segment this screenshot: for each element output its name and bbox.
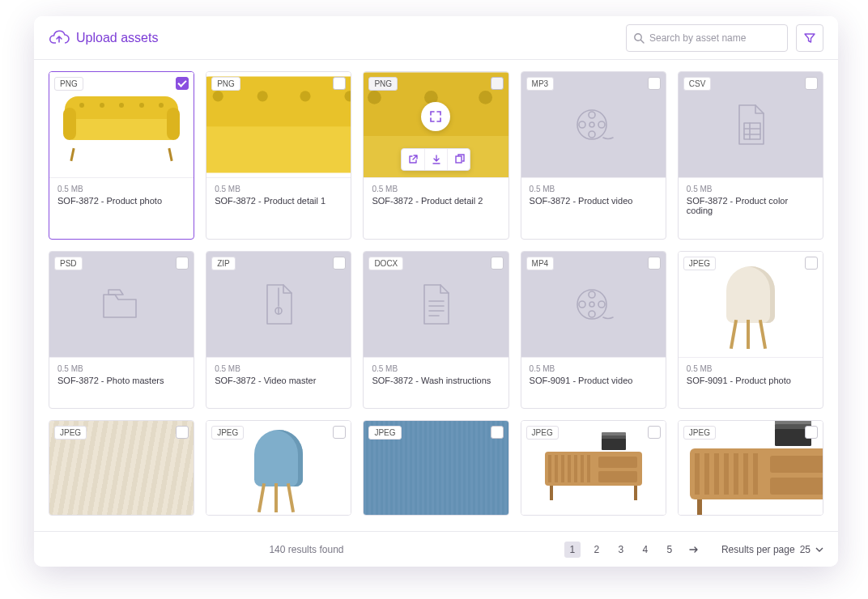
asset-card[interactable]: PNG 0.5 MB SOF-3872 - Product photo [49,71,194,240]
filter-button[interactable] [796,24,823,52]
select-checkbox[interactable] [805,426,818,439]
svg-line-1 [641,40,645,43]
asset-size: 0.5 MB [215,364,343,373]
asset-card[interactable]: PNG 0.5 MB SOF-3872 - Product detail 2➤ [363,71,508,240]
select-checkbox[interactable] [491,257,504,270]
svg-point-3 [577,110,606,139]
open-external-button[interactable] [402,149,424,170]
asset-size: 0.5 MB [57,185,185,193]
asset-card[interactable]: MP3 0.5 MB SOF-3872 - Product video [521,71,666,240]
pagination: 12345 [564,542,702,558]
asset-card[interactable]: MP4 0.5 MB SOF-9091 - Product video [521,251,666,410]
asset-card[interactable]: ZIP 0.5 MB SOF-3872 - Video master [206,251,351,410]
results-count: 140 results found [49,544,564,555]
asset-thumbnail: CSV [679,72,823,177]
format-badge: MP4 [526,257,555,270]
format-badge: PNG [211,77,240,91]
asset-thumbnail: PNG [49,72,194,177]
asset-title: SOF-3872 - Product detail 2➤ [372,196,500,206]
svg-point-21 [589,291,595,298]
asset-card[interactable]: JPEG [206,420,351,516]
filter-icon [803,32,816,45]
search-input[interactable] [649,32,781,44]
asset-title: SOF-9091 - Product photo [687,376,815,385]
asset-card[interactable]: PNG 0.5 MB SOF-3872 - Product detail 1 [206,71,351,240]
select-checkbox[interactable] [805,257,818,270]
asset-size: 0.5 MB [372,185,500,193]
download-button[interactable] [424,149,447,170]
asset-size: 0.5 MB [57,364,185,373]
asset-meta: 0.5 MB SOF-3872 - Product video [521,177,666,214]
select-checkbox[interactable] [176,257,189,270]
select-checkbox[interactable] [648,257,661,270]
page-1[interactable]: 1 [564,542,581,558]
svg-point-5 [589,131,595,138]
filetype-icon [261,282,296,327]
select-checkbox[interactable] [805,77,818,90]
format-badge: MP3 [526,77,555,91]
results-per-page[interactable]: Results per page 25 [721,544,823,555]
upload-assets-button[interactable]: Upload assets [49,30,158,46]
format-badge: PSD [54,257,83,270]
footer: 140 results found 12345 Results per page… [34,531,838,567]
page-3[interactable]: 3 [613,542,629,558]
search-box[interactable] [626,24,788,52]
page-2[interactable]: 2 [589,542,605,558]
svg-rect-2 [456,156,462,163]
select-checkbox[interactable] [333,426,346,439]
asset-meta: 0.5 MB SOF-3872 - Product detail 1 [206,177,351,214]
select-checkbox[interactable] [491,426,504,439]
asset-meta: 0.5 MB SOF-3872 - Product color coding [679,177,823,223]
asset-thumbnail: ZIP [206,252,351,357]
asset-meta: 0.5 MB SOF-3872 - Product detail 2➤ [364,177,508,214]
asset-card[interactable]: JPEG [363,420,508,516]
asset-card[interactable]: PSD 0.5 MB SOF-3872 - Photo masters [49,251,194,410]
asset-size: 0.5 MB [687,364,815,373]
asset-thumbnail: MP4 [521,252,666,357]
select-checkbox[interactable] [333,77,346,90]
asset-card[interactable]: JPEG 0.5 MB SOF-9091 - Product photo [678,251,823,410]
page-next[interactable] [686,542,702,558]
chevron-down-icon [815,546,823,553]
svg-point-22 [589,311,595,317]
select-checkbox[interactable] [333,257,346,270]
search-icon [633,32,645,44]
asset-title: SOF-3872 - Video master [215,376,343,385]
asset-card[interactable]: JPEG [678,420,823,516]
format-badge: JPEG [54,426,87,440]
svg-point-4 [589,112,595,118]
copy-button[interactable] [447,149,470,170]
asset-thumbnail: MP3 [521,72,666,177]
asset-card[interactable]: CSV 0.5 MB SOF-3872 - Product color codi… [678,71,823,240]
asset-title: SOF-3872 - Product video [530,196,657,206]
filetype-icon [731,102,770,147]
asset-thumbnail: JPEG [206,421,351,515]
svg-point-0 [635,33,641,40]
asset-size: 0.5 MB [530,364,657,373]
asset-meta: 0.5 MB SOF-3872 - Wash instructions [364,357,508,393]
asset-thumbnail: PNG [364,72,508,177]
download-icon [431,154,442,165]
format-badge: JPEG [368,426,401,440]
asset-card[interactable]: JPEG [49,420,194,516]
select-checkbox[interactable] [648,426,661,439]
app-frame: Upload assets PNG 0.5 MB SOF-3872 - Prod… [34,16,838,567]
expand-button[interactable] [421,102,450,131]
select-checkbox[interactable] [648,77,661,90]
format-badge: JPEG [526,426,559,440]
asset-card[interactable]: DOCX 0.5 MB SOF-3872 - Wash instructions [363,251,508,410]
filetype-icon [571,102,616,147]
external-link-icon [407,154,419,165]
svg-point-8 [589,122,594,127]
select-checkbox[interactable] [176,77,189,90]
asset-grid: PNG 0.5 MB SOF-3872 - Product photo PNG … [49,71,823,531]
format-badge: CSV [683,77,712,91]
asset-card[interactable]: JPEG [521,420,666,516]
page-4[interactable]: 4 [637,542,653,558]
asset-grid-container: PNG 0.5 MB SOF-3872 - Product photo PNG … [34,60,838,531]
page-5[interactable]: 5 [662,542,678,558]
asset-size: 0.5 MB [687,185,815,193]
asset-meta: 0.5 MB SOF-3872 - Product photo [49,177,194,214]
asset-size: 0.5 MB [530,185,657,193]
select-checkbox[interactable] [176,426,189,439]
